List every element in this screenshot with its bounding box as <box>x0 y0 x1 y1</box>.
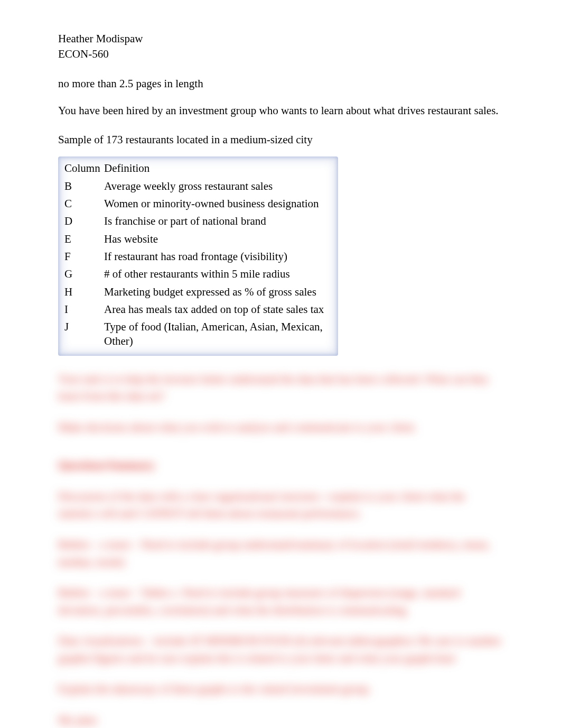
cell-col: H <box>64 283 104 301</box>
blurred-line: Explain the takeaways of these graphs to… <box>58 680 503 698</box>
cell-def: Has website <box>104 231 333 248</box>
table-row: F If restaurant has road frontage (visib… <box>64 248 333 265</box>
cell-def: Women or minority-owned business designa… <box>104 195 333 213</box>
table-row: D Is franchise or part of national brand <box>64 213 333 230</box>
blurred-heading: Questions/Summary <box>58 457 503 474</box>
header-definition: Definition <box>104 160 333 177</box>
header-column: Column <box>64 160 104 177</box>
table-row: B Average weekly gross restaurant sales <box>64 178 333 195</box>
cell-col: G <box>64 265 104 283</box>
blurred-line: Your task is to help the investor better… <box>58 371 503 405</box>
intro-paragraph: You have been hired by an investment gro… <box>58 104 503 118</box>
cell-def: Marketing budget expressed as % of gross… <box>104 283 333 301</box>
definition-table: Column Definition B Average weekly gross… <box>64 160 333 350</box>
cell-col: D <box>64 213 104 230</box>
blurred-line: Make decisions about what you wish to an… <box>58 419 503 436</box>
length-note: no more than 2.5 pages in length <box>58 77 503 91</box>
cell-def: # of other restaurants within 5 mile rad… <box>104 265 333 283</box>
sample-line: Sample of 173 restaurants located in a m… <box>58 133 503 147</box>
cell-col: E <box>64 231 104 248</box>
cell-col: B <box>64 178 104 195</box>
cell-col: I <box>64 301 104 318</box>
table-header-row: Column Definition <box>64 160 333 177</box>
blurred-line: Data visualizations – include AT MINIMUM… <box>58 632 503 667</box>
table-row: E Has website <box>64 231 333 248</box>
table-row: G # of other restaurants within 5 mile r… <box>64 265 333 283</box>
table-row: H Marketing budget expressed as % of gro… <box>64 283 333 301</box>
cell-def: Area has meals tax added on top of state… <box>104 301 333 318</box>
blurred-line: Bullets – a must – Need to include group… <box>58 536 503 570</box>
cell-col: C <box>64 195 104 213</box>
author-name: Heather Modispaw <box>58 32 503 46</box>
cell-def: Type of food (Italian, American, Asian, … <box>104 318 333 351</box>
blurred-line: Discussion of the data with a clear orga… <box>58 488 503 522</box>
definition-table-wrap: Column Definition B Average weekly gross… <box>58 156 338 355</box>
table-row: C Women or minority-owned business desig… <box>64 195 333 213</box>
blurred-line: My plan: <box>58 712 503 728</box>
course-code: ECON-560 <box>58 47 503 61</box>
cell-col: J <box>64 318 104 351</box>
blurred-line: Bullets – a must – Tables s. Need to inc… <box>58 584 503 619</box>
cell-def: Is franchise or part of national brand <box>104 213 333 230</box>
table-row: J Type of food (Italian, American, Asian… <box>64 318 333 351</box>
cell-col: F <box>64 248 104 265</box>
blurred-content: Your task is to help the investor better… <box>58 371 503 728</box>
cell-def: If restaurant has road frontage (visibil… <box>104 248 333 265</box>
table-row: I Area has meals tax added on top of sta… <box>64 301 333 318</box>
cell-def: Average weekly gross restaurant sales <box>104 178 333 195</box>
